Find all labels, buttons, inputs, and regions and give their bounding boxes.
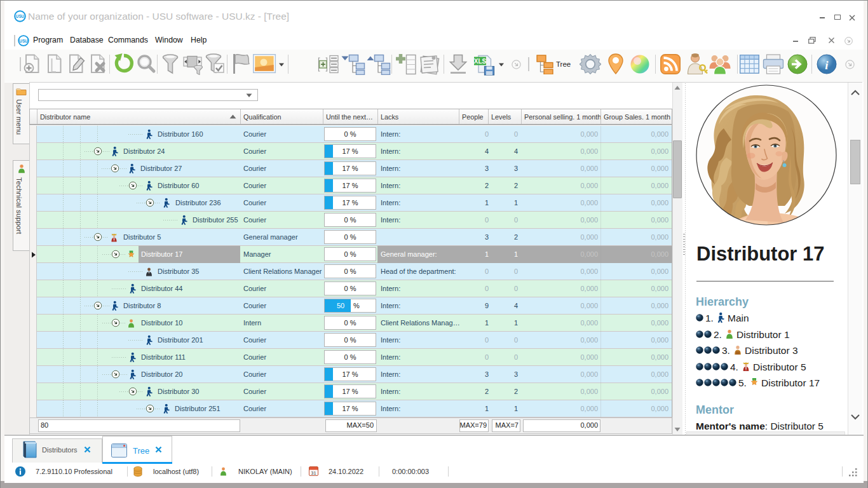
svg-text:XLS: XLS <box>474 58 487 65</box>
svg-text:USU: USU <box>19 39 28 43</box>
svg-text:31: 31 <box>311 470 316 476</box>
svg-text:USU: USU <box>16 14 25 18</box>
svg-text:i: i <box>825 58 829 72</box>
